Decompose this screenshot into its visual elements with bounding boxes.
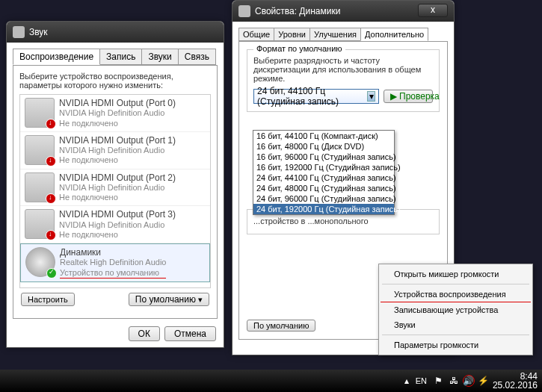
sound-title: Звук [29,27,48,37]
device-driver: NVIDIA High Definition Audio [59,220,176,230]
sound-icon [13,26,25,38]
device-hdmi2[interactable]: NVIDIA HDMI Output (Port 2) NVIDIA High … [20,169,210,207]
format-option[interactable]: 16 бит, 44100 Гц (Компакт-диск) [253,131,394,141]
speaker-icon [25,247,55,277]
ctx-playback-devices[interactable]: Устройства воспроизведения [381,287,531,302]
device-name: NVIDIA HDMI Output (Port 1) [59,135,176,146]
monitor-icon [25,135,55,165]
volume-icon[interactable]: 🔊 [463,375,475,387]
sound-tabs: Воспроизведение Запись Звуки Связь [7,43,224,65]
format-option-highlighted[interactable]: 24 бит, 192000 Гц (Студийная запись) [253,204,394,214]
device-name: Динамики [60,247,166,258]
device-state: Не подключено [59,119,176,128]
test-button[interactable]: ▶Проверка [384,90,433,103]
dialog-buttons: ОК Отмена [129,326,216,341]
device-driver: Realtek High Definition Audio [60,258,166,267]
device-driver: NVIDIA High Definition Audio [59,183,176,193]
action-center-icon[interactable]: ⚑ [433,375,445,387]
default-format-group: Формат по умолчанию Выберите разрядность… [247,49,440,112]
monitor-icon [25,98,55,128]
exclusive-text: ...стройство в ...монопольного [253,216,433,226]
play-icon: ▶ [390,91,397,102]
device-state: Не подключено [59,155,176,165]
restore-defaults-button[interactable]: По умолчанию [247,320,315,332]
device-hdmi3[interactable]: NVIDIA HDMI Output (Port 3) NVIDIA High … [20,206,210,243]
playback-panel: Выберите устройство воспроизведения, пар… [13,65,218,319]
set-default-button[interactable]: По умолчанию ▾ [129,293,209,306]
group-text: Выберите разрядность и частоту дискретиз… [253,56,433,83]
format-option[interactable]: 24 бит, 96000 Гц (Студийная запись) [253,193,394,204]
device-hdmi0[interactable]: NVIDIA HDMI Output (Port 0) NVIDIA High … [20,95,210,132]
sound-titlebar[interactable]: Звук [7,22,224,43]
date: 25.02.2016 [493,381,538,390]
tab-playback[interactable]: Воспроизведение [13,49,100,65]
device-name: NVIDIA HDMI Output (Port 3) [59,209,176,220]
device-driver: NVIDIA High Definition Audio [59,108,176,118]
device-state: Не подключено [59,230,176,240]
ok-button[interactable]: ОК [129,326,160,341]
language-indicator[interactable]: EN [416,376,427,385]
combo-value: 24 бит, 44100 Гц (Студийная запись) [257,86,367,107]
format-option[interactable]: 16 бит, 48000 Гц (Диск DVD) [253,141,394,152]
device-state: Не подключено [59,193,176,202]
properties-tabs: Общие Уровни Улучшения Дополнительно [232,22,454,41]
ctx-sounds[interactable]: Звуки [381,317,531,332]
taskbar: ▴ EN ⚑ 🖧 🔊 ⚡ 8:44 25.02.2016 [0,370,542,392]
tab-levels[interactable]: Уровни [274,28,310,41]
tab-advanced[interactable]: Дополнительно [360,28,428,41]
playback-bottom-buttons: Настроить По умолчанию ▾ [19,293,211,306]
cancel-button[interactable]: Отмена [164,326,216,341]
format-option[interactable]: 16 бит, 192000 Гц (Студийная запись) [253,162,394,172]
sound-window: Звук Воспроизведение Запись Звуки Связь … [6,21,224,348]
device-list[interactable]: NVIDIA HDMI Output (Port 0) NVIDIA High … [19,94,211,288]
ctx-open-mixer[interactable]: Открыть микшер громкости [381,267,531,281]
device-name: NVIDIA HDMI Output (Port 2) [59,172,176,183]
format-option[interactable]: 24 бит, 44100 Гц (Студийная запись) [253,172,394,183]
device-hdmi1[interactable]: NVIDIA HDMI Output (Port 1) NVIDIA High … [20,132,210,169]
device-state: Устройство по умолчанию [60,268,166,279]
properties-title: Свойства: Динамики [255,6,340,16]
playback-prompt: Выберите устройство воспроизведения, пар… [19,72,211,90]
monitor-icon [25,209,55,239]
tab-general[interactable]: Общие [238,28,274,41]
power-icon[interactable]: ⚡ [478,375,490,387]
separator [382,335,529,335]
group-legend: Формат по умолчанию [253,44,345,53]
close-button[interactable]: x [418,4,448,17]
volume-context-menu[interactable]: Открыть микшер громкости Устройства восп… [378,264,533,355]
chevron-down-icon: ▾ [367,91,375,102]
format-combobox[interactable]: 24 бит, 44100 Гц (Студийная запись) ▾ [253,89,379,104]
ctx-recording-devices[interactable]: Записывающие устройства [381,302,531,317]
network-icon[interactable]: 🖧 [448,375,460,387]
tab-enhancements[interactable]: Улучшения [310,28,361,41]
format-row: 24 бит, 44100 Гц (Студийная запись) ▾ ▶П… [253,89,433,104]
device-speakers[interactable]: Динамики Realtek High Definition Audio У… [20,243,210,282]
configure-button[interactable]: Настроить [21,293,75,306]
format-dropdown[interactable]: 16 бит, 44100 Гц (Компакт-диск) 16 бит, … [253,130,395,215]
device-name: NVIDIA HDMI Output (Port 0) [59,98,176,108]
shield-icon [238,5,250,17]
device-driver: NVIDIA High Definition Audio [59,146,176,155]
clock[interactable]: 8:44 25.02.2016 [493,372,538,390]
tab-communications[interactable]: Связь [178,49,216,65]
tab-sounds[interactable]: Звуки [141,49,178,65]
ctx-volume-options[interactable]: Параметры громкости [381,337,531,352]
monitor-icon [25,172,55,202]
properties-titlebar[interactable]: Свойства: Динамики x [232,1,454,22]
tab-recording[interactable]: Запись [99,49,142,65]
separator [382,284,529,284]
format-option[interactable]: 24 бит, 48000 Гц (Студийная запись) [253,183,394,193]
format-option[interactable]: 16 бит, 96000 Гц (Студийная запись) [253,152,394,162]
tray-chevron-icon[interactable]: ▴ [401,375,413,387]
